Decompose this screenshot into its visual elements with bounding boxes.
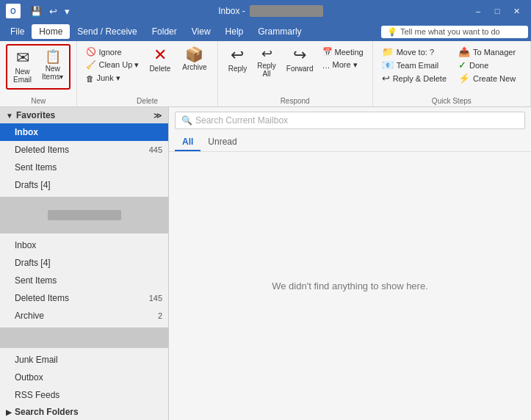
clean-up-label: Clean Up ▾ [98,60,139,70]
empty-message: We didn't find anything to show here. [169,152,531,420]
sidebar-item-drafts-fav[interactable]: Drafts [4] [0,176,168,194]
title-text: Inbox - [218,6,245,16]
inbox-mb-label: Inbox [15,240,36,250]
to-manager-button[interactable]: 📤 To Manager [455,46,524,58]
drafts-mb-label: Drafts [4] [15,258,51,268]
favorites-header[interactable]: ▼ Favorites ≫ [0,107,168,123]
bulb-icon: 💡 [387,27,397,37]
sidebar-item-deleted-fav[interactable]: Deleted Items 445 [0,141,168,159]
delete-button[interactable]: ✕ Delete [145,44,175,76]
ribbon-respond-content: ↩ Reply ↩ ReplyAll ↪ Forward 📅 Meeting …… [224,44,366,95]
new-group-box: ✉ NewEmail 📋 NewItems▾ [6,44,71,90]
clean-up-button[interactable]: 🧹 Clean Up ▾ [83,59,142,71]
sidebar-item-drafts-mb[interactable]: Drafts [4] [0,254,168,272]
tell-me-box[interactable]: 💡 Tell me what you want to do [381,26,528,38]
menu-bar: File Home Send / Receive Folder View Hel… [0,22,531,41]
move-to-button[interactable]: 📁 Move to: ? [379,46,449,58]
ignore-button[interactable]: 🚫 Ignore [83,46,142,58]
progress-bar [250,5,323,17]
archive-mb-badge: 2 [158,311,162,320]
ignore-label: Ignore [98,48,121,57]
meeting-button[interactable]: 📅 Meeting [319,46,366,58]
respond-small-buttons: 📅 Meeting … More ▾ [319,44,366,71]
archive-mb-label: Archive [15,311,44,321]
new-items-icon: 📋 [45,50,61,63]
archive-button[interactable]: 📦 Archive [178,44,211,74]
archive-icon: 📦 [185,47,203,62]
favorites-label: Favorites [16,110,55,120]
create-new-icon: ⚡ [458,73,470,84]
sidebar-item-sent-fav[interactable]: Sent Items [0,159,168,176]
reply-delete-button[interactable]: ↩ Reply & Delete [379,72,449,84]
team-email-button[interactable]: 📧 Team Email [379,59,449,71]
sidebar-item-deleted-mb[interactable]: Deleted Items 145 [0,289,168,307]
ribbon-delete-content: 🚫 Ignore 🧹 Clean Up ▾ 🗑 Junk ▾ ✕ Delete … [83,44,211,95]
forward-icon: ↪ [293,47,306,63]
reply-all-button[interactable]: ↩ ReplyAll [253,44,281,81]
close-button[interactable]: ✕ [507,4,525,18]
tab-all[interactable]: All [175,134,201,151]
menu-grammarly[interactable]: Grammarly [250,24,308,39]
maximize-button[interactable]: □ [488,4,506,18]
outbox-label: Outbox [15,372,43,383]
menu-view[interactable]: View [184,24,218,39]
ribbon-group-delete: 🚫 Ignore 🧹 Clean Up ▾ 🗑 Junk ▾ ✕ Delete … [77,41,217,106]
new-email-button[interactable]: ✉ NewEmail [9,47,36,87]
new-items-label: NewItems▾ [42,65,63,81]
to-manager-icon: 📤 [458,46,470,57]
create-new-button[interactable]: ⚡ Create New [455,72,524,84]
filter-tabs: All Unread [169,134,531,152]
more-qa-button[interactable]: ▾ [62,4,72,18]
undo-button[interactable]: ↩ [47,4,59,18]
sidebar-item-rss-feeds[interactable]: RSS Feeds [0,386,168,404]
respond-group-label: Respond [281,95,310,105]
sidebar-item-sent-mb[interactable]: Sent Items [0,272,168,289]
empty-message-text: We didn't find anything to show here. [272,280,428,292]
sidebar: ▼ Favorites ≫ Inbox Deleted Items 445 Se… [0,107,169,420]
meeting-icon: 📅 [322,47,333,57]
menu-help[interactable]: Help [218,24,251,39]
done-label: Done [469,61,488,70]
reply-all-label: ReplyAll [257,62,276,78]
search-folders-header[interactable]: ▶ Search Folders [0,404,168,420]
more-respond-button[interactable]: … More ▾ [319,59,366,71]
save-qa-button[interactable]: 💾 [28,4,44,18]
sidebar-item-inbox-fav[interactable]: Inbox [0,123,168,141]
reply-icon: ↩ [231,47,244,63]
ribbon-quick-steps-content: 📁 Move to: ? 📤 To Manager 📧 Team Email ✓… [379,44,524,95]
more-respond-icon: … [322,61,330,70]
reply-all-icon: ↩ [261,47,272,60]
deleted-fav-badge: 445 [149,145,162,154]
main-area: ▼ Favorites ≫ Inbox Deleted Items 445 Se… [0,107,531,420]
create-new-label: Create New [473,74,516,83]
sidebar-item-junk-email[interactable]: Junk Email [0,351,168,369]
menu-folder[interactable]: Folder [145,24,184,39]
minimize-button[interactable]: – [469,4,487,18]
to-manager-label: To Manager [473,48,516,57]
junk-icon: 🗑 [86,74,94,83]
done-icon: ✓ [458,59,466,70]
search-folders-label: Search Folders [15,407,79,417]
content-area: 🔍 Search Current Mailbox All Unread We d… [169,107,531,420]
done-button[interactable]: ✓ Done [455,59,524,71]
sidebar-item-archive-mb[interactable]: Archive 2 [0,307,168,325]
favorites-arrow: ▼ [6,112,13,120]
forward-button[interactable]: ↪ Forward [282,44,318,76]
menu-send-receive[interactable]: Send / Receive [70,24,144,39]
account-block [0,197,168,233]
account-email-bar [48,210,121,220]
deleted-mb-label: Deleted Items [15,293,69,303]
menu-file[interactable]: File [3,24,32,39]
tab-unread[interactable]: Unread [201,134,244,151]
reply-delete-label: Reply & Delete [393,74,447,83]
reply-delete-icon: ↩ [382,73,390,84]
sidebar-item-outbox[interactable]: Outbox [0,369,168,386]
sidebar-item-inbox-mb[interactable]: Inbox [0,236,168,254]
reply-button[interactable]: ↩ Reply [224,44,252,76]
favorites-collapse-btn[interactable]: ≫ [153,111,162,120]
new-items-button[interactable]: 📋 NewItems▾ [37,47,68,87]
search-bar[interactable]: 🔍 Search Current Mailbox [175,112,525,129]
ribbon-group-respond: ↩ Reply ↩ ReplyAll ↪ Forward 📅 Meeting …… [218,41,373,106]
junk-button[interactable]: 🗑 Junk ▾ [83,72,142,84]
menu-home[interactable]: Home [32,24,70,39]
